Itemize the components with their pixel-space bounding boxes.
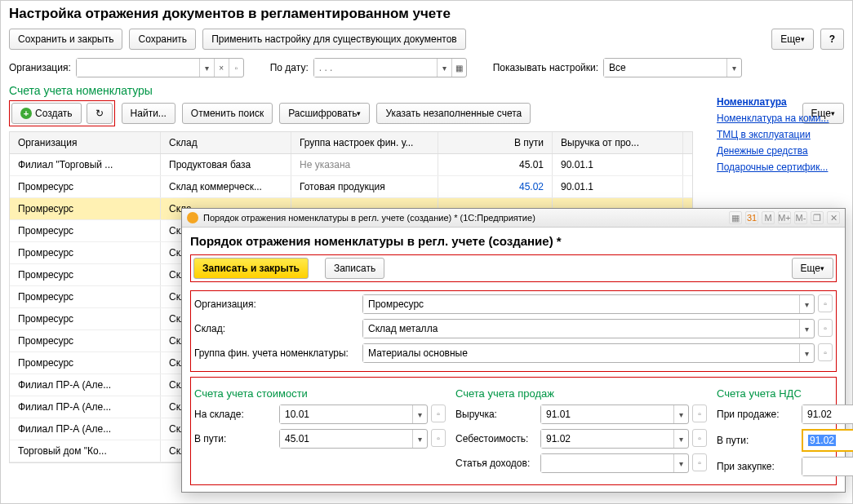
calendar-icon[interactable]: ▦ [451, 59, 466, 77]
page-title: Настройка отражения документов в регламе… [9, 6, 844, 22]
dropdown-icon[interactable]: ▾ [673, 430, 688, 448]
open-icon[interactable]: ▫ [431, 405, 446, 422]
section-title: Счета учета номенклатуры [9, 84, 844, 97]
more-button[interactable]: Еще [771, 29, 813, 50]
col-revenue[interactable]: Выручка от про... [553, 132, 683, 153]
cancel-search-button[interactable]: Отменить поиск [182, 103, 273, 124]
dropdown-icon[interactable]: ▾ [412, 405, 427, 423]
rev-label: Выручка: [455, 409, 537, 420]
dropdown-icon[interactable]: ▾ [799, 320, 814, 338]
open-icon[interactable]: ▫ [431, 429, 446, 447]
date-field[interactable]: ▾▦ [313, 58, 467, 77]
decode-button[interactable]: Расшифровать [279, 103, 370, 124]
dropdown-icon[interactable]: ▾ [799, 295, 814, 313]
org-label: Организация: [9, 62, 71, 73]
date-label: По дату: [270, 62, 309, 73]
save-close-button[interactable]: Сохранить и закрыть [9, 29, 122, 50]
dropdown-icon[interactable]: ▾ [726, 59, 741, 77]
cogs-field[interactable]: ▾ [540, 429, 689, 449]
show-label: Показывать настройки: [493, 62, 598, 73]
dropdown-icon[interactable]: ▾ [199, 59, 214, 77]
vat-transit-field[interactable]: 91.02▾ [803, 431, 853, 450]
col-org[interactable]: Организация [10, 132, 161, 153]
vat-group-title: Счета учета НДС [717, 387, 853, 400]
cost-transit-field[interactable]: ▾ [279, 429, 428, 449]
col-group[interactable]: Группа настроек фин. у... [291, 132, 438, 153]
modal-wh-label: Склад: [194, 323, 358, 334]
link-tmc[interactable]: ТМЦ в эксплуатации [717, 129, 829, 140]
modal-grp-label: Группа фин. учета номенклатуры: [194, 347, 358, 359]
income-field[interactable]: ▾ [540, 453, 689, 473]
modal-window: Порядок отражения номенклатуры в регл. у… [181, 208, 846, 493]
open-icon[interactable]: ▫ [692, 429, 707, 447]
vat-purchase-label: При закупке: [717, 461, 798, 472]
link-nomenclature[interactable]: Номенклатура [717, 96, 829, 108]
mplus-icon[interactable]: M+ [778, 211, 791, 224]
write-button[interactable]: Записать [325, 258, 384, 279]
cost-group-title: Счета учета стоимости [194, 387, 446, 400]
close-icon[interactable]: ✕ [827, 211, 840, 224]
stock-field[interactable]: ▾ [279, 405, 428, 424]
income-label: Статья доходов: [455, 458, 537, 469]
refresh-button[interactable]: ↻ [87, 103, 113, 124]
calc-icon[interactable]: ▦ [729, 211, 742, 224]
link-gift[interactable]: Подарочные сертифик... [717, 161, 829, 173]
window-icon[interactable]: ❐ [811, 211, 824, 224]
clear-icon[interactable]: × [214, 59, 229, 77]
rev-field[interactable]: ▾ [540, 405, 689, 424]
open-icon[interactable]: ▫ [692, 453, 707, 471]
modal-more-button[interactable]: Еще [792, 258, 833, 279]
col-transit[interactable]: В пути [438, 132, 553, 153]
modal-grp-field[interactable]: ▾ [362, 343, 815, 363]
save-button[interactable]: Сохранить [129, 29, 196, 50]
m-icon[interactable]: M [762, 211, 775, 224]
stock-label: На складе: [194, 409, 276, 420]
open-icon[interactable]: ▫ [818, 294, 833, 312]
plus-icon: + [20, 108, 32, 119]
org-field[interactable]: ▾×▫ [76, 58, 244, 77]
transit-label: В пути: [194, 433, 276, 444]
app-icon [187, 212, 198, 223]
vat-sale-label: При продаже: [717, 409, 798, 420]
create-button[interactable]: +Создать [11, 103, 82, 124]
cogs-label: Себестоимость: [455, 433, 537, 444]
table-row[interactable]: ПромресурсСклад коммерческ...Готовая про… [10, 176, 692, 198]
dropdown-icon[interactable]: ▾ [799, 344, 814, 362]
modal-org-field[interactable]: ▾ [362, 294, 815, 314]
dropdown-icon[interactable]: ▾ [412, 430, 427, 448]
modal-org-label: Организация: [194, 298, 358, 310]
window-title: Порядок отражения номенклатуры в регл. у… [203, 213, 535, 223]
modal-title: Порядок отражения номенклатуры в регл. у… [190, 234, 837, 248]
dropdown-icon[interactable]: ▾ [673, 405, 688, 423]
vat-sale-field[interactable]: ▾ [802, 405, 853, 424]
open-icon[interactable]: ▫ [818, 319, 833, 337]
open-icon[interactable]: ▫ [692, 405, 707, 422]
dropdown-icon[interactable]: ▾ [437, 59, 451, 77]
link-commission[interactable]: Номенклатура на коми... [717, 113, 829, 124]
vat-transit-label: В пути: [717, 435, 798, 446]
show-field[interactable]: ▾ [603, 58, 742, 77]
link-money[interactable]: Денежные средства [717, 145, 829, 157]
col-warehouse[interactable]: Склад [161, 132, 291, 153]
dropdown-icon[interactable]: ▾ [673, 454, 688, 472]
mminus-icon[interactable]: M- [794, 211, 807, 224]
vat-purchase-field[interactable]: ▾ [802, 457, 853, 476]
unfilled-button[interactable]: Указать незаполненные счета [376, 103, 531, 124]
open-icon[interactable]: ▫ [229, 59, 243, 77]
sales-group-title: Счета учета продаж [455, 387, 707, 400]
help-button[interactable]: ? [820, 29, 844, 50]
write-close-button[interactable]: Записать и закрыть [193, 258, 309, 279]
find-button[interactable]: Найти... [122, 103, 175, 124]
apply-button[interactable]: Применить настройку для существующих док… [202, 29, 466, 50]
table-row[interactable]: Филиал "Торговый ...Продуктовая базаНе у… [10, 154, 692, 176]
modal-wh-field[interactable]: ▾ [362, 319, 815, 338]
open-icon[interactable]: ▫ [818, 343, 833, 361]
cal-icon[interactable]: 31 [745, 211, 758, 224]
